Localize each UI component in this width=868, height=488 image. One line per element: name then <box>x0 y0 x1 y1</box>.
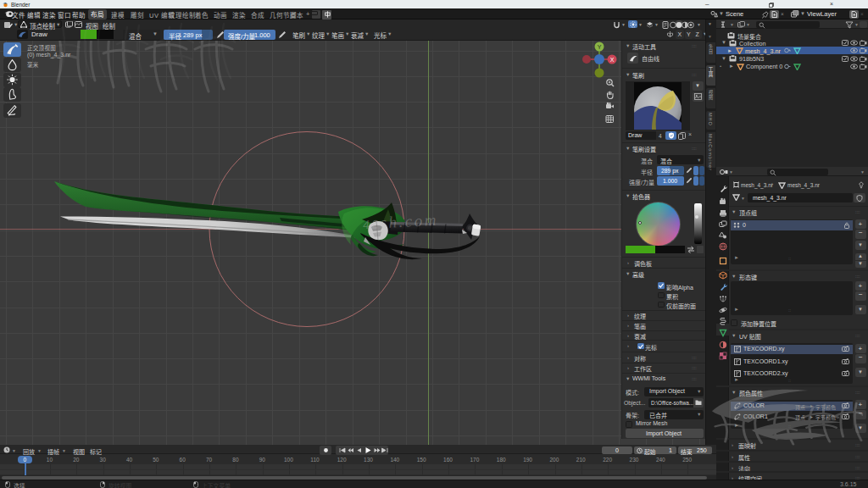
svg-text:Y: Y <box>598 44 602 50</box>
svg-text:X: X <box>610 57 615 63</box>
